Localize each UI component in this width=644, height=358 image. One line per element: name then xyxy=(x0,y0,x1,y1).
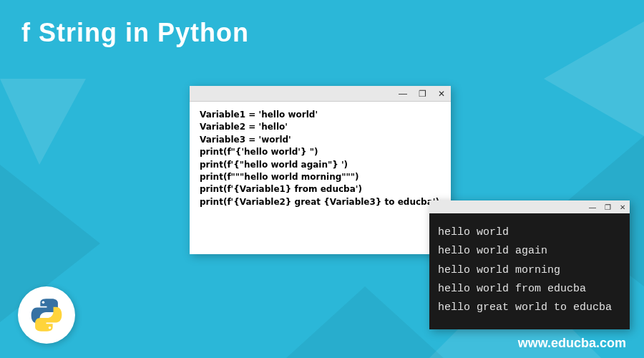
code-line: print(f'{"hello world again"} ') xyxy=(200,159,441,171)
code-line: Variable2 = 'hello' xyxy=(200,121,441,133)
code-window-titlebar: — ❐ ✕ xyxy=(190,86,451,102)
output-window-titlebar: — ❐ ✕ xyxy=(429,200,630,213)
output-line: hello world morning xyxy=(438,261,621,280)
footer-url: www.educba.com xyxy=(518,336,626,351)
code-line: print(f"{'hello world'} ") xyxy=(200,146,441,158)
output-line: hello great world to educba xyxy=(438,299,621,317)
output-line: hello world again xyxy=(438,242,621,261)
svg-point-6 xyxy=(42,301,45,304)
maximize-icon[interactable]: ❐ xyxy=(605,203,611,211)
output-line: hello world from educba xyxy=(438,280,621,299)
output-content: hello world hello world again hello worl… xyxy=(429,213,630,327)
maximize-icon[interactable]: ❐ xyxy=(419,89,426,99)
code-content: Variable1 = 'hello world' Variable2 = 'h… xyxy=(190,102,451,216)
minimize-icon[interactable]: — xyxy=(399,89,407,99)
page-title: f String in Python xyxy=(21,18,249,48)
code-line: print(f"""hello world morning""") xyxy=(200,171,441,183)
close-icon[interactable]: ✕ xyxy=(438,89,445,99)
output-line: hello world xyxy=(438,223,621,242)
python-logo-icon xyxy=(29,297,64,333)
close-icon[interactable]: ✕ xyxy=(620,203,625,211)
svg-point-7 xyxy=(49,326,52,329)
code-line: print(f'{Variable2} great {Variable3} to… xyxy=(200,196,441,208)
python-logo xyxy=(18,286,75,344)
minimize-icon[interactable]: — xyxy=(589,203,596,211)
terminal-output-window: — ❐ ✕ hello world hello world again hell… xyxy=(429,200,630,329)
code-line: Variable3 = 'world' xyxy=(200,134,441,146)
svg-marker-5 xyxy=(286,286,444,358)
svg-marker-2 xyxy=(544,21,644,136)
code-line: Variable1 = 'hello world' xyxy=(200,109,441,121)
code-editor-window: — ❐ ✕ Variable1 = 'hello world' Variable… xyxy=(190,86,451,254)
code-line: print(f'{Variable1} from educba') xyxy=(200,183,441,195)
svg-marker-0 xyxy=(0,79,86,165)
